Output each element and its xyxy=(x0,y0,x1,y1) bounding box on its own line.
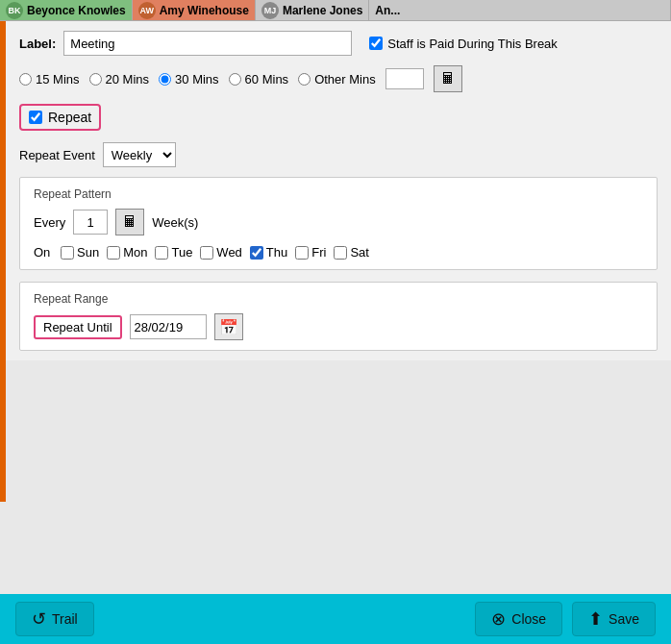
checkbox-sun[interactable] xyxy=(61,246,74,260)
save-label: Save xyxy=(609,611,639,627)
date-input[interactable] xyxy=(130,314,207,339)
header-name-amy: Amy Winehouse xyxy=(160,4,249,17)
close-icon: ⊗ xyxy=(491,608,506,630)
label-field-label: Label: xyxy=(19,37,56,51)
repeat-event-row: Repeat Event Daily Weekly Monthly Yearly xyxy=(19,142,658,167)
left-accent-bar xyxy=(0,21,6,502)
radio-other-label: Other Mins xyxy=(314,72,376,87)
repeat-until-label: Repeat Until xyxy=(34,315,122,339)
trail-label: Trail xyxy=(52,611,78,627)
header-name-marlene: Marlene Jones xyxy=(283,4,362,17)
close-button[interactable]: ⊗ Close xyxy=(475,602,562,636)
every-row: Every 🖩 Week(s) xyxy=(34,209,643,235)
day-wed[interactable]: Wed xyxy=(200,245,242,260)
header-cell-amy: AW Amy Winehouse xyxy=(133,0,256,20)
range-title: Repeat Range xyxy=(34,292,643,306)
header-cell-anon: An... xyxy=(369,0,671,20)
repeat-checkbox[interactable] xyxy=(29,111,42,124)
duration-60[interactable]: 60 Mins xyxy=(229,72,289,87)
repeat-label: Repeat xyxy=(48,110,91,125)
header-name-beyonce: Beyonce Knowles xyxy=(27,4,126,17)
paid-break-checkbox[interactable] xyxy=(369,37,383,50)
trail-icon: ↺ xyxy=(32,608,46,630)
main-panel: Label: Staff is Paid During This Break 1… xyxy=(6,21,671,360)
repeat-event-select[interactable]: Daily Weekly Monthly Yearly xyxy=(103,142,176,167)
close-label: Close xyxy=(511,611,546,627)
duration-15[interactable]: 15 Mins xyxy=(19,72,80,87)
label-sun: Sun xyxy=(77,245,99,260)
every-label: Every xyxy=(34,215,65,230)
radio-20[interactable] xyxy=(89,73,102,86)
save-icon: ⬆ xyxy=(588,608,603,630)
duration-row: 15 Mins 20 Mins 30 Mins 60 Mins Other Mi… xyxy=(19,65,658,92)
checkbox-wed[interactable] xyxy=(200,246,213,260)
avatar-amy: AW xyxy=(138,2,156,19)
radio-30[interactable] xyxy=(159,73,171,86)
label-tue: Tue xyxy=(171,245,192,260)
avatar-beyonce: BK xyxy=(6,2,23,19)
label-row: Label: Staff is Paid During This Break xyxy=(19,31,658,56)
radio-other[interactable] xyxy=(298,73,311,86)
pattern-box: Repeat Pattern Every 🖩 Week(s) On Sun Mo… xyxy=(19,177,658,270)
every-calc-button[interactable]: 🖩 xyxy=(115,209,144,235)
radio-60[interactable] xyxy=(229,73,241,86)
radio-15[interactable] xyxy=(19,73,32,86)
label-sat: Sat xyxy=(350,245,369,260)
paid-break-option: Staff is Paid During This Break xyxy=(369,37,558,51)
save-button[interactable]: ⬆ Save xyxy=(572,602,656,636)
radio-15-label: 15 Mins xyxy=(36,72,80,87)
right-buttons: ⊗ Close ⬆ Save xyxy=(475,602,656,636)
checkbox-sat[interactable] xyxy=(334,246,347,260)
radio-60-label: 60 Mins xyxy=(245,72,289,87)
day-fri[interactable]: Fri xyxy=(295,245,326,260)
day-tue[interactable]: Tue xyxy=(155,245,192,260)
trail-button[interactable]: ↺ Trail xyxy=(15,602,94,636)
checkbox-tue[interactable] xyxy=(155,246,168,260)
repeat-event-label: Repeat Event xyxy=(19,148,95,162)
label-thu: Thu xyxy=(266,245,287,260)
checkbox-mon[interactable] xyxy=(107,246,120,260)
other-mins-input[interactable] xyxy=(385,68,424,89)
duration-20[interactable]: 20 Mins xyxy=(89,72,150,87)
calculator-button[interactable]: 🖩 xyxy=(434,65,462,92)
label-input[interactable] xyxy=(63,31,352,56)
day-sun[interactable]: Sun xyxy=(61,245,99,260)
duration-30[interactable]: 30 Mins xyxy=(159,72,219,87)
repeat-checkbox-row: Repeat xyxy=(19,104,101,131)
bottom-bar: ↺ Trail ⊗ Close ⬆ Save xyxy=(0,594,671,644)
checkbox-fri[interactable] xyxy=(295,246,309,260)
calendar-button[interactable]: 📅 xyxy=(214,313,243,340)
label-mon: Mon xyxy=(123,245,147,260)
range-row: Repeat Until 📅 xyxy=(34,313,643,340)
header-cell-beyonce: BK Beyonce Knowles xyxy=(0,0,133,20)
day-mon[interactable]: Mon xyxy=(107,245,147,260)
header-bar: BK Beyonce Knowles AW Amy Winehouse MJ M… xyxy=(0,0,671,21)
label-fri: Fri xyxy=(311,245,326,260)
range-box: Repeat Range Repeat Until 📅 xyxy=(19,282,658,351)
day-thu[interactable]: Thu xyxy=(250,245,287,260)
radio-20-label: 20 Mins xyxy=(106,72,150,87)
radio-30-label: 30 Mins xyxy=(175,72,219,87)
on-label: On xyxy=(34,245,53,260)
weeks-label: Week(s) xyxy=(152,215,198,230)
avatar-marlene: MJ xyxy=(261,2,279,19)
duration-other[interactable]: Other Mins xyxy=(298,72,376,87)
header-name-anon: An... xyxy=(375,4,400,17)
paid-break-label: Staff is Paid During This Break xyxy=(387,37,558,51)
header-cell-marlene: MJ Marlene Jones xyxy=(256,0,369,20)
pattern-title: Repeat Pattern xyxy=(34,187,643,201)
day-sat[interactable]: Sat xyxy=(334,245,369,260)
label-wed: Wed xyxy=(216,245,242,260)
every-input[interactable] xyxy=(73,210,108,235)
checkbox-thu[interactable] xyxy=(250,246,263,260)
on-row: On Sun Mon Tue Wed Thu xyxy=(34,245,643,260)
